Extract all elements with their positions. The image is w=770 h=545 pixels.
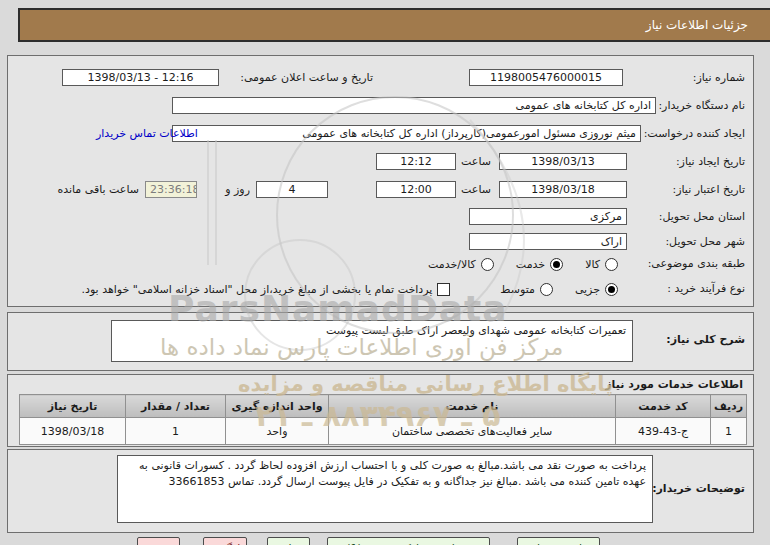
remaining-time-label: ساعت باقی مانده	[57, 181, 139, 199]
need-description-panel: شرح کلی نیاز: تعمیرات کتابخانه عمومی شهد…	[7, 312, 754, 371]
need-number-field[interactable]: 1198005476000015	[469, 69, 623, 86]
col-quantity: تعداد / مقدار	[126, 395, 226, 418]
create-date-label: تاریخ ایجاد نیاز:	[676, 153, 745, 171]
request-creator-field[interactable]: میثم نوروزی مسئول امورعمومی(کارپرداز) اد…	[172, 125, 641, 142]
province-label: استان محل تحویل:	[659, 208, 745, 226]
respond-to-need-button[interactable]: پاسخ به نیاز	[517, 537, 600, 545]
create-time-field[interactable]: 12:12	[376, 153, 456, 170]
process-option-label: متوسط	[500, 283, 535, 296]
cell-service-code: ج-43-439	[616, 418, 711, 445]
table-row: 1 ج-43-439 سایر فعالیت‌های تخصصی ساختمان…	[20, 418, 747, 445]
category-option-service[interactable]: خدمت	[516, 258, 563, 271]
process-option-medium[interactable]: متوسط	[500, 283, 553, 296]
process-option-label: جزیی	[575, 283, 600, 296]
col-service-code: کد خدمت	[616, 395, 711, 418]
remaining-time-countdown: 23:36:18	[145, 181, 197, 198]
radio-icon[interactable]	[540, 283, 553, 296]
description-field[interactable]: تعمیرات کتابخانه عمومی شهدای ولیعصر اراک…	[111, 320, 633, 362]
city-field[interactable]: اراک	[469, 233, 627, 250]
services-panel: اطلاعات خدمات مورد نیاز ردیف کد خدمت نام…	[7, 374, 754, 447]
need-number-label: شماره نیاز:	[693, 69, 745, 87]
remaining-days-field[interactable]: 4	[256, 181, 328, 198]
cell-row-number: 1	[711, 418, 747, 445]
col-unit: واحد اندازه گیری	[226, 395, 329, 418]
buyer-notes-field[interactable]: پرداخت به صورت نقد می باشد.مبالغ به صورت…	[117, 455, 653, 523]
buyer-org-field[interactable]: اداره کل کتابخانه های عمومی	[172, 97, 656, 114]
category-option-goods-service[interactable]: کالا/خدمت	[428, 258, 494, 271]
expire-time-field[interactable]: 12:00	[376, 181, 456, 198]
radio-icon[interactable]	[605, 258, 618, 271]
services-table: ردیف کد خدمت نام خدمت واحد اندازه گیری ت…	[19, 394, 747, 445]
expire-date-field[interactable]: 1398/03/18	[499, 181, 627, 198]
remaining-days-label: روز و	[225, 181, 250, 199]
buyer-notes-panel: توضیحات خریدار: پرداخت به صورت نقد می با…	[7, 449, 754, 533]
cell-unit: واحد	[226, 418, 329, 445]
treasury-payment-label: پرداخت تمام یا بخشی از مبلغ خرید،از محل …	[82, 283, 433, 296]
cell-need-date: 1398/03/18	[20, 418, 126, 445]
page-title: جزئیات اطلاعات نیاز	[18, 8, 770, 42]
radio-icon[interactable]	[481, 258, 494, 271]
process-option-minor[interactable]: جزیی	[575, 283, 618, 296]
print-button[interactable]: چاپ	[267, 537, 310, 545]
announce-datetime-label: تاریخ و ساعت اعلان عمومی:	[240, 69, 373, 87]
col-service-name: نام خدمت	[329, 395, 616, 418]
description-label: شرح کلی نیاز:	[666, 331, 745, 349]
buyer-notes-label: توضیحات خریدار:	[652, 480, 745, 498]
category-option-label: کالا	[585, 258, 600, 271]
checkbox-icon[interactable]	[437, 283, 450, 296]
request-creator-label: ایجاد کننده درخواست:	[644, 125, 745, 143]
cell-service-name: سایر فعالیت‌های تخصصی ساختمان	[329, 418, 616, 445]
services-header: اطلاعات خدمات مورد نیاز	[605, 376, 743, 394]
need-details-page: { "title_bar": { "text": "جزئیات اطلاعات…	[0, 0, 770, 545]
expire-hour-label: ساعت	[461, 181, 491, 199]
process-type-label: نوع فرآیند خرید :	[667, 280, 745, 298]
category-option-label: خدمت	[516, 258, 545, 271]
view-attachments-button[interactable]: مشاهده مدارک پیوست (1)	[327, 537, 490, 545]
exit-button[interactable]: خروج	[137, 537, 180, 545]
back-button[interactable]: بازگشت	[203, 537, 247, 545]
city-label: شهر محل تحویل:	[665, 233, 745, 251]
process-type-options: جزیی متوسط پرداخت تمام یا بخشی از مبلغ خ…	[66, 280, 618, 298]
create-hour-label: ساعت	[461, 153, 491, 171]
create-date-field[interactable]: 1398/03/13	[499, 153, 627, 170]
treasury-payment-option[interactable]: پرداخت تمام یا بخشی از مبلغ خرید،از محل …	[82, 283, 451, 296]
announce-datetime-field[interactable]: 1398/03/13 - 12:16	[62, 69, 219, 86]
services-table-header-row: ردیف کد خدمت نام خدمت واحد اندازه گیری ت…	[20, 395, 747, 418]
category-label: طبقه بندی موضوعی:	[648, 255, 745, 273]
radio-icon[interactable]	[550, 258, 563, 271]
col-row-number: ردیف	[711, 395, 747, 418]
expire-date-label: تاریخ اعتبار نیاز:	[672, 181, 745, 199]
province-field[interactable]: مرکزی	[469, 208, 627, 225]
need-info-panel: شماره نیاز: 1198005476000015 تاریخ و ساع…	[7, 55, 754, 307]
radio-icon[interactable]	[605, 283, 618, 296]
col-need-date: تاریخ نیاز	[20, 395, 126, 418]
buyer-org-label: نام دستگاه خریدار:	[658, 97, 745, 115]
category-option-goods[interactable]: کالا	[585, 258, 618, 271]
buyer-contact-link[interactable]: اطلاعات تماس خریدار	[96, 125, 198, 143]
category-options: کالا خدمت کالا/خدمت	[412, 255, 618, 273]
cell-quantity: 1	[126, 418, 226, 445]
category-option-label: کالا/خدمت	[428, 258, 476, 271]
